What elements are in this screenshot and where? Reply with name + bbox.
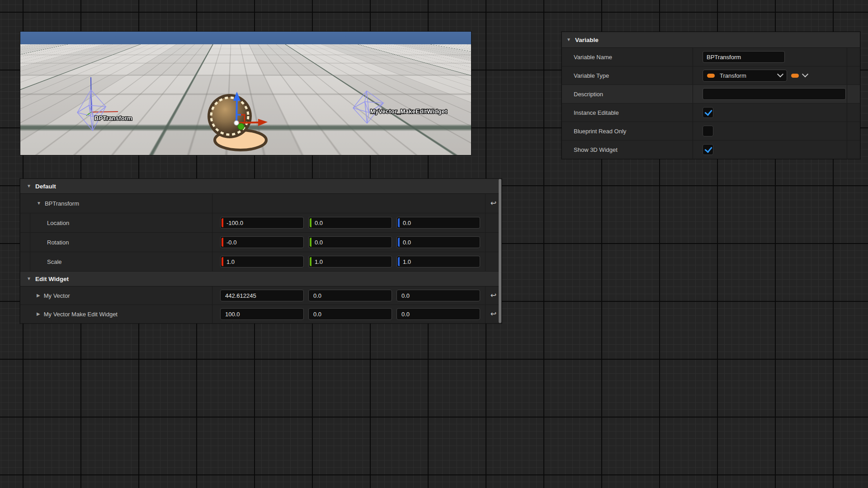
variable-type-label: Variable Type bbox=[562, 66, 693, 84]
viewport-scene: BPTransform MyVector_MakeEditWidget bbox=[20, 44, 472, 155]
bptransform-label: BPTransform bbox=[45, 200, 79, 207]
my-vector-label: My Vector bbox=[44, 292, 70, 299]
description-input[interactable] bbox=[703, 88, 846, 100]
collapse-arrow-icon[interactable]: ▼ bbox=[566, 38, 571, 42]
scale-y-input[interactable] bbox=[308, 256, 392, 267]
scale-row: Scale bbox=[20, 252, 501, 272]
chevron-down-icon bbox=[802, 71, 808, 77]
collapse-arrow-icon[interactable]: ▼ bbox=[27, 277, 31, 281]
scale-z-input[interactable] bbox=[396, 256, 480, 267]
variable-section-title: Variable bbox=[575, 37, 599, 43]
collapse-arrow-icon[interactable]: ▼ bbox=[37, 201, 41, 206]
mvmew-x-input[interactable] bbox=[220, 308, 304, 320]
variable-name-input[interactable] bbox=[703, 51, 785, 63]
instance-editable-label: Instance Editable bbox=[562, 103, 693, 122]
reset-to-default-button[interactable]: ↩ bbox=[488, 199, 499, 207]
reset-to-default-button[interactable]: ↩ bbox=[488, 291, 499, 300]
variable-type-row: Variable Type Transform bbox=[562, 66, 860, 85]
chevron-down-icon bbox=[777, 71, 783, 77]
description-row: Description bbox=[562, 85, 860, 103]
x-axis-color-bar bbox=[222, 257, 223, 266]
container-type-dropdown[interactable] bbox=[791, 73, 807, 78]
blueprint-editor: BPTransform MyVector_MakeEditWidget ▼ Va… bbox=[0, 0, 868, 488]
scale-x-input[interactable] bbox=[220, 256, 304, 267]
bptransform-3d-widget[interactable] bbox=[77, 77, 118, 131]
variable-type-dropdown[interactable]: Transform bbox=[703, 70, 787, 82]
location-y-input[interactable] bbox=[308, 217, 392, 229]
reset-to-default-button[interactable]: ↩ bbox=[488, 310, 499, 318]
mvmew-z-input[interactable] bbox=[396, 308, 480, 320]
show-3d-widget-checkbox[interactable] bbox=[703, 144, 713, 155]
gizmo-origin[interactable] bbox=[234, 121, 239, 125]
x-axis-color-bar bbox=[222, 218, 223, 227]
variable-type-value: Transform bbox=[720, 72, 778, 79]
default-section-header[interactable]: ▼ Default bbox=[20, 179, 501, 194]
variable-name-label: Variable Name bbox=[562, 48, 693, 66]
location-x-input[interactable] bbox=[220, 217, 304, 229]
description-label: Description bbox=[562, 85, 693, 103]
scale-label: Scale bbox=[47, 258, 62, 265]
y-axis-color-bar bbox=[310, 218, 311, 227]
blueprint-read-only-row: Blueprint Read Only bbox=[562, 122, 860, 141]
my-vector-row: ▶ My Vector ↩ bbox=[20, 286, 501, 305]
z-axis-color-bar bbox=[398, 238, 400, 247]
rotation-x-input[interactable] bbox=[220, 236, 304, 248]
mvmew-y-input[interactable] bbox=[308, 308, 392, 320]
viewport-preview: BPTransform MyVector_MakeEditWidget bbox=[20, 31, 472, 155]
blueprint-read-only-label: Blueprint Read Only bbox=[562, 122, 693, 140]
bptransform-row: ▼ BPTransform ↩ bbox=[20, 194, 501, 213]
my-vector-make-edit-widget-label: My Vector Make Edit Widget bbox=[44, 311, 118, 318]
my-vector-y-input[interactable] bbox=[308, 290, 392, 301]
bptransform-widget-label: BPTransform bbox=[94, 115, 132, 122]
variable-name-row: Variable Name bbox=[562, 48, 860, 66]
my-vector-x-input[interactable] bbox=[220, 290, 304, 301]
edit-widget-section-header[interactable]: ▼ Edit Widget bbox=[20, 272, 501, 286]
checkmark-icon bbox=[704, 145, 712, 153]
expand-arrow-icon[interactable]: ▶ bbox=[37, 312, 40, 316]
blueprint-read-only-checkbox[interactable] bbox=[703, 126, 713, 136]
expand-arrow-icon[interactable]: ▶ bbox=[37, 293, 40, 298]
x-axis-color-bar bbox=[222, 238, 223, 247]
checkmark-icon bbox=[704, 108, 712, 116]
transform-pin-icon bbox=[707, 74, 715, 78]
z-axis-color-bar bbox=[398, 257, 400, 266]
viewport-sky bbox=[20, 32, 471, 44]
collapse-arrow-icon[interactable]: ▼ bbox=[27, 184, 31, 188]
my-vector-make-edit-widget-row: ▶ My Vector Make Edit Widget ↩ bbox=[20, 305, 501, 324]
instance-editable-row: Instance Editable bbox=[562, 103, 860, 122]
details-scrollbar[interactable] bbox=[499, 179, 501, 323]
y-axis-color-bar bbox=[310, 257, 311, 266]
defaults-panel: ▼ Default ▼ BPTransform ↩ Location Rotat… bbox=[20, 178, 502, 324]
show-3d-widget-row: Show 3D Widget bbox=[562, 141, 860, 159]
my-vector-z-input[interactable] bbox=[396, 290, 480, 301]
rotation-y-input[interactable] bbox=[308, 236, 392, 248]
location-row: Location bbox=[20, 213, 501, 233]
instance-editable-checkbox[interactable] bbox=[703, 107, 713, 118]
location-z-input[interactable] bbox=[396, 217, 480, 229]
myvector-3d-widget[interactable] bbox=[353, 91, 383, 123]
variable-section-header[interactable]: ▼ Variable bbox=[562, 32, 860, 48]
y-axis-color-bar bbox=[310, 238, 311, 247]
rotation-row: Rotation bbox=[20, 233, 501, 252]
rotation-label: Rotation bbox=[47, 239, 69, 246]
transform-pin-icon bbox=[791, 74, 799, 78]
myvector-widget-label: MyVector_MakeEditWidget bbox=[370, 108, 447, 115]
variable-panel: ▼ Variable Variable Name Variable Type T… bbox=[561, 32, 860, 159]
z-axis-color-bar bbox=[398, 218, 400, 227]
default-section-title: Default bbox=[35, 183, 56, 190]
edit-widget-section-title: Edit Widget bbox=[35, 276, 69, 282]
location-label: Location bbox=[47, 220, 69, 226]
show-3d-widget-label: Show 3D Widget bbox=[562, 141, 693, 159]
rotation-z-input[interactable] bbox=[396, 236, 480, 248]
